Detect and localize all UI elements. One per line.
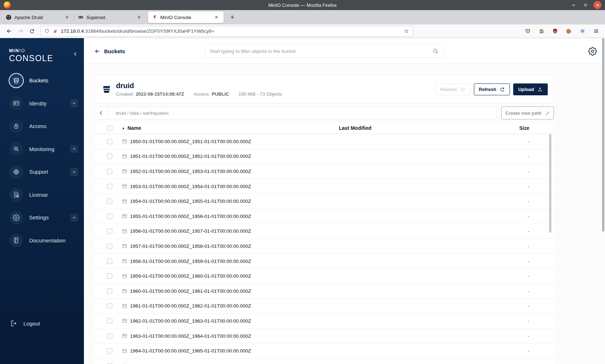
row-checkbox[interactable] xyxy=(107,154,112,159)
row-checkbox[interactable] xyxy=(107,318,112,324)
new-tab-button[interactable] xyxy=(227,12,238,23)
close-tab-icon[interactable] xyxy=(63,14,71,21)
tab-apache-druid[interactable]: Apache Druid xyxy=(2,10,74,24)
page-scrollbar-thumb[interactable] xyxy=(602,38,604,232)
sidebar-item-monitoring[interactable]: Monitoring xyxy=(0,138,84,161)
table-row[interactable]: 1955-01-01T00:00:00.000Z_1956-01-01T00:0… xyxy=(94,209,554,224)
pocket-icon[interactable] xyxy=(522,26,533,37)
forward-icon[interactable] xyxy=(15,26,26,37)
search-input[interactable] xyxy=(210,49,433,54)
table-row[interactable]: 1961-01-01T00:00:00.000Z_1962-01-01T00:0… xyxy=(94,299,554,314)
row-checkbox[interactable] xyxy=(107,184,112,189)
sidebar-item-documentation[interactable]: Documentation xyxy=(0,229,84,252)
sidebar-item-access[interactable]: Access xyxy=(0,115,84,138)
container-asterisk-icon[interactable] xyxy=(577,26,588,37)
object-prefix-icon xyxy=(122,183,127,189)
object-name: 1950-01-01T00:00:00.000Z_1951-01-01T00:0… xyxy=(130,139,251,144)
object-name: 1952-01-01T00:00:00.000Z_1953-01-01T00:0… xyxy=(130,169,251,174)
object-filter-searchbox[interactable] xyxy=(205,44,444,58)
reload-icon[interactable] xyxy=(27,26,37,37)
page-topbar: Buckets xyxy=(84,38,605,64)
table-row[interactable]: 1956-01-01T00:00:00.000Z_1957-01-01T00:0… xyxy=(94,224,554,239)
table-row[interactable]: 1963-01-01T00:00:00.000Z_1964-01-01T00:0… xyxy=(94,329,554,344)
row-checkbox[interactable] xyxy=(107,214,112,219)
object-name: 1953-01-01T00:00:00.000Z_1954-01-01T00:0… xyxy=(130,184,251,189)
table-row[interactable]: 1960-01-01T00:00:00.000Z_1961-01-01T00:0… xyxy=(94,284,554,299)
sidebar-item-logout[interactable]: Logout xyxy=(0,316,84,331)
table-row[interactable]: 1954-01-01T00:00:00.000Z_1955-01-01T00:0… xyxy=(94,194,554,209)
table-row[interactable]: 1953-01-01T00:00:00.000Z_1954-01-01T00:0… xyxy=(94,179,554,194)
hamburger-menu-icon[interactable] xyxy=(591,26,601,37)
back-to-buckets-button[interactable]: Buckets xyxy=(94,38,125,64)
sidebar-item-identity[interactable]: Identity xyxy=(0,92,84,115)
row-checkbox[interactable] xyxy=(107,259,112,264)
row-checkbox[interactable] xyxy=(107,303,112,309)
chevron-up-icon[interactable] xyxy=(70,99,78,107)
superset-favicon xyxy=(78,14,84,20)
row-checkbox[interactable] xyxy=(107,139,112,144)
row-checkbox[interactable] xyxy=(107,228,112,234)
path-back-chevron-icon[interactable] xyxy=(95,107,108,119)
tab-title: Superset xyxy=(86,15,133,20)
table-row[interactable]: 1962-01-01T00:00:00.000Z_1963-01-01T00:0… xyxy=(94,314,554,329)
select-all-checkbox[interactable] xyxy=(107,126,112,131)
object-size: - xyxy=(493,199,554,204)
table-row[interactable]: 1950-01-01T00:00:00.000Z_1951-01-01T00:0… xyxy=(94,134,554,149)
table-scrollbar-thumb[interactable] xyxy=(549,134,551,233)
column-header-name[interactable]: Name xyxy=(116,125,339,131)
row-checkbox[interactable] xyxy=(107,288,112,294)
table-row[interactable]: 1951-01-01T00:00:00.000Z_1952-01-01T00:0… xyxy=(94,149,554,164)
row-checkbox[interactable] xyxy=(107,333,112,339)
object-size: - xyxy=(493,214,554,219)
window-close-icon[interactable] xyxy=(593,1,601,9)
sidebar-item-license[interactable]: License xyxy=(0,183,84,206)
table-row[interactable]: 1958-01-01T00:00:00.000Z_1959-01-01T00:0… xyxy=(94,254,554,269)
sidebar-item-label: Support xyxy=(29,169,48,175)
object-size: - xyxy=(493,288,554,294)
insecure-lock-icon[interactable] xyxy=(53,28,58,34)
upload-button[interactable]: Upload xyxy=(513,83,548,95)
sidebar-item-buckets[interactable]: Buckets xyxy=(0,69,84,92)
tab-superset[interactable]: Superset xyxy=(74,10,146,24)
row-checkbox[interactable] xyxy=(107,199,112,204)
table-row[interactable]: 1959-01-01T00:00:00.000Z_1960-01-01T00:0… xyxy=(94,269,554,284)
sidebar-item-settings[interactable]: Settings xyxy=(0,206,84,229)
account-avatar-icon[interactable] xyxy=(536,26,547,37)
tracking-shield-icon[interactable] xyxy=(44,28,50,34)
row-checkbox[interactable] xyxy=(107,244,112,249)
table-row[interactable]: 1952-01-01T00:00:00.000Z_1953-01-01T00:0… xyxy=(94,164,554,179)
row-checkbox[interactable] xyxy=(107,348,112,354)
row-checkbox[interactable] xyxy=(107,169,112,174)
window-minimize-icon[interactable] xyxy=(570,1,578,9)
object-size: - xyxy=(493,318,554,324)
chevron-up-icon[interactable] xyxy=(70,145,78,153)
breadcrumb[interactable]: druid / data / earthquakes xyxy=(108,110,169,116)
close-tab-icon[interactable] xyxy=(213,14,220,21)
table-row[interactable]: 1965-01-01T00:00:00.000Z_1966-01-01T00:0… xyxy=(94,359,554,364)
object-prefix-icon xyxy=(122,168,127,174)
close-tab-icon[interactable] xyxy=(135,14,143,21)
sidebar-item-support[interactable]: Support xyxy=(0,160,84,183)
window-title: MinIO Console — Mozilla Firefox xyxy=(0,3,605,8)
object-prefix-icon xyxy=(122,258,127,264)
bookmark-star-icon[interactable] xyxy=(404,28,409,34)
tab-minio-console[interactable]: MinIO Console xyxy=(148,12,224,23)
table-row[interactable]: 1964-01-01T00:00:00.000Z_1965-01-01T00:0… xyxy=(94,343,554,359)
url-bar[interactable]: 172.18.0.4:31664/buckets/druid/browse/ZG… xyxy=(40,26,413,37)
object-size: - xyxy=(493,333,554,339)
table-row[interactable]: 1957-01-01T00:00:00.000Z_1958-01-01T00:0… xyxy=(94,239,554,254)
row-checkbox[interactable] xyxy=(107,273,112,279)
window-maximize-icon[interactable] xyxy=(582,1,590,9)
gear-icon[interactable] xyxy=(588,47,597,56)
chevron-up-icon[interactable] xyxy=(70,214,78,222)
object-prefix-icon xyxy=(122,138,127,144)
chevron-up-icon[interactable] xyxy=(70,168,78,176)
sidebar-collapse-icon[interactable] xyxy=(72,51,78,57)
refresh-button[interactable]: Refresh xyxy=(474,83,510,95)
ublock-icon[interactable] xyxy=(550,26,560,37)
rewind-button[interactable]: Rewind xyxy=(435,83,470,95)
cookie-icon[interactable] xyxy=(563,26,574,37)
back-icon[interactable] xyxy=(4,26,14,37)
create-new-path-button[interactable]: Create new path xyxy=(501,106,554,119)
sidebar-item-label: Monitoring xyxy=(29,146,54,152)
